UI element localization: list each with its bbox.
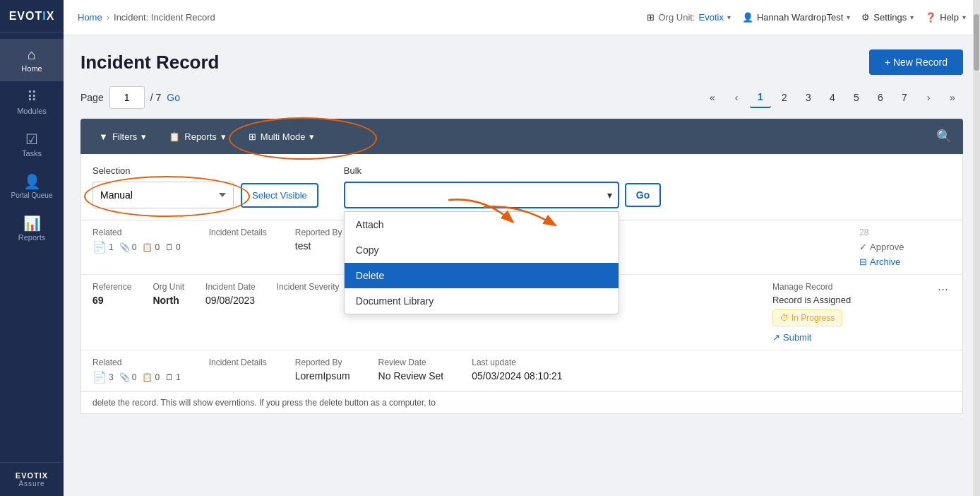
page-num-6[interactable]: 6 bbox=[870, 87, 891, 108]
toolbar: ▼ Filters ▾ 📋 Reports ▾ ⊞ Multi Mode ▾ bbox=[80, 119, 963, 154]
record-2-dots-menu[interactable]: ··· bbox=[935, 282, 951, 297]
record-1-form-count: 0 bbox=[155, 242, 160, 252]
multi-mode-icon: ⊞ bbox=[249, 131, 256, 142]
sidebar-item-modules[interactable]: ⠿ Modules bbox=[0, 81, 64, 124]
record-1-approve-link[interactable]: ✓ Approve bbox=[859, 242, 904, 252]
sidebar-label: Home bbox=[21, 64, 42, 73]
record-1-note-count: 0 bbox=[176, 242, 181, 252]
sidebar-portal-label: Portal Queue bbox=[11, 191, 53, 199]
page-num-4[interactable]: 4 bbox=[822, 87, 843, 108]
sidebar-item-portal-queue[interactable]: 👤 Portal Queue bbox=[0, 166, 64, 208]
bulk-go-button[interactable]: Go bbox=[625, 183, 661, 207]
multi-mode-label: Multi Mode bbox=[261, 131, 306, 142]
user-chevron-icon: ▾ bbox=[847, 13, 850, 21]
sidebar-item-tasks[interactable]: ☑ Tasks bbox=[0, 124, 64, 166]
sidebar-item-home[interactable]: ⌂ EVOTIX Home bbox=[0, 39, 64, 81]
record-3-related-label: Related bbox=[92, 358, 181, 367]
page-num-7[interactable]: 7 bbox=[894, 87, 915, 108]
record-3-reported-by-label: Reported By bbox=[295, 358, 350, 367]
page-numbers: « ‹ 1 2 3 4 5 6 7 › » bbox=[702, 87, 963, 108]
bulk-menu-delete[interactable]: Delete bbox=[345, 263, 619, 288]
selection-bulk-row: Selection Manual All None Select Visible bbox=[81, 154, 962, 220]
page-first-button[interactable]: « bbox=[702, 87, 723, 108]
sidebar-item-reports[interactable]: 📊 Reports bbox=[0, 208, 64, 250]
pagination-row: Page / 7 Go « ‹ 1 2 3 4 5 6 7 › » bbox=[80, 86, 963, 109]
page-num-1[interactable]: 1 bbox=[750, 87, 771, 108]
record-3-reported-by-col: Reported By LoremIpsum bbox=[295, 358, 350, 382]
pagination-go-button[interactable]: Go bbox=[167, 92, 180, 103]
record-2-incident-date-value: 09/08/2023 bbox=[205, 295, 256, 306]
manual-dropdown-wrap: Manual All None bbox=[92, 182, 234, 208]
page-next-button[interactable]: › bbox=[918, 87, 939, 108]
bulk-menu-document-library[interactable]: Document Library bbox=[345, 288, 619, 314]
help-menu[interactable]: ❓ Help ▾ bbox=[925, 12, 966, 23]
scrollbar-thumb[interactable] bbox=[974, 14, 979, 71]
record-2-org-unit-label: Org Unit bbox=[153, 282, 184, 292]
settings-icon: ⚙ bbox=[861, 12, 870, 23]
org-chevron-icon: ▾ bbox=[727, 13, 731, 21]
settings-chevron-icon: ▾ bbox=[910, 13, 914, 21]
toolbar-search-button[interactable]: 🔍 bbox=[936, 129, 952, 144]
org-unit-selector[interactable]: ⊞ Org Unit: Evotix ▾ bbox=[647, 12, 730, 23]
multi-mode-chevron-icon: ▾ bbox=[309, 131, 314, 142]
breadcrumb: Home › Incident: Incident Record bbox=[78, 12, 215, 23]
sidebar-logo: EVOTIX bbox=[0, 0, 64, 33]
bulk-menu-attach[interactable]: Attach bbox=[345, 212, 619, 237]
portal-queue-icon: 👤 bbox=[23, 175, 41, 189]
record-3-incident-details-label: Incident Details bbox=[209, 358, 267, 367]
multi-mode-button[interactable]: ⊞ Multi Mode ▾ bbox=[241, 127, 322, 146]
record-3-related-icons: 📄 3 📎 0 📋 0 bbox=[92, 370, 181, 384]
record-3-clip-group: 📎 0 bbox=[119, 372, 137, 382]
sidebar-reports-label: Reports bbox=[18, 233, 46, 242]
select-visible-button[interactable]: Select Visible bbox=[241, 183, 318, 208]
pdf-icon-3: 📄 bbox=[92, 370, 107, 384]
scrollbar-track[interactable] bbox=[973, 0, 980, 496]
selection-label: Selection bbox=[92, 165, 318, 176]
main-area: Home › Incident: Incident Record ⊞ Org U… bbox=[64, 0, 980, 496]
bulk-menu-copy[interactable]: Copy bbox=[345, 237, 619, 263]
selection-dropdown[interactable]: Manual All None bbox=[92, 182, 234, 208]
record-1-archive-link[interactable]: ⊟ Archive bbox=[859, 256, 900, 267]
three-dots-icon[interactable]: ··· bbox=[935, 279, 951, 299]
sidebar-tasks-label: Tasks bbox=[22, 149, 42, 158]
toolbar-left: ▼ Filters ▾ 📋 Reports ▾ ⊞ Multi Mode ▾ bbox=[92, 127, 321, 146]
bulk-controls: Attach Copy Delete Document Library ▾ At… bbox=[344, 182, 661, 208]
reports-button[interactable]: 📋 Reports ▾ bbox=[162, 127, 233, 146]
page-num-5[interactable]: 5 bbox=[846, 87, 867, 108]
settings-menu[interactable]: ⚙ Settings ▾ bbox=[861, 12, 914, 23]
page-number-input[interactable] bbox=[109, 86, 145, 109]
org-unit-value: Evotix bbox=[699, 12, 724, 23]
topnav-right: ⊞ Org Unit: Evotix ▾ 👤 Hannah WardropTes… bbox=[647, 12, 966, 23]
record-3-last-update-label: Last update bbox=[472, 358, 562, 367]
record-2-submit-link[interactable]: ↗ Submit bbox=[772, 332, 914, 343]
filters-label: Filters bbox=[112, 131, 137, 142]
submit-icon: ↗ bbox=[772, 332, 780, 343]
settings-label: Settings bbox=[873, 12, 907, 23]
record-3-clip-count: 0 bbox=[132, 372, 137, 382]
filters-button[interactable]: ▼ Filters ▾ bbox=[92, 127, 153, 146]
record-1-related-col: Related 📄 1 📎 0 bbox=[92, 228, 181, 254]
record-2-manage-title: Manage Record bbox=[772, 282, 914, 292]
page-label: Page bbox=[80, 92, 104, 103]
breadcrumb-current: Incident: Incident Record bbox=[114, 12, 215, 23]
bottom-logo-text: EVOTIX bbox=[16, 471, 48, 480]
new-record-button[interactable]: + New Record bbox=[869, 49, 963, 75]
page-last-button[interactable]: » bbox=[942, 87, 963, 108]
breadcrumb-home[interactable]: Home bbox=[78, 12, 102, 23]
page-prev-button[interactable]: ‹ bbox=[726, 87, 747, 108]
record-2-org-unit-col: Org Unit North bbox=[153, 282, 184, 306]
record-1-review-date: 28 bbox=[859, 228, 868, 237]
bottom-logo-sub: Assure bbox=[18, 480, 44, 488]
clip-icon: 📎 bbox=[119, 242, 130, 252]
search-icon: 🔍 bbox=[936, 129, 952, 143]
record-3-review-date-value: No Review Set bbox=[378, 370, 444, 382]
page-num-2[interactable]: 2 bbox=[774, 87, 795, 108]
bulk-dropdown[interactable]: Attach Copy Delete Document Library bbox=[344, 182, 619, 208]
record-2-reference-label: Reference bbox=[92, 282, 131, 292]
bulk-dropdown-wrap: Attach Copy Delete Document Library ▾ At… bbox=[344, 182, 619, 208]
record-2-org-unit-value: North bbox=[153, 295, 184, 306]
user-menu[interactable]: 👤 Hannah WardropTest ▾ bbox=[742, 12, 850, 23]
page-num-3[interactable]: 3 bbox=[798, 87, 819, 108]
page-input-group: Page / 7 Go bbox=[80, 86, 180, 109]
record-1-reported-by-label: Reported By bbox=[295, 228, 342, 237]
